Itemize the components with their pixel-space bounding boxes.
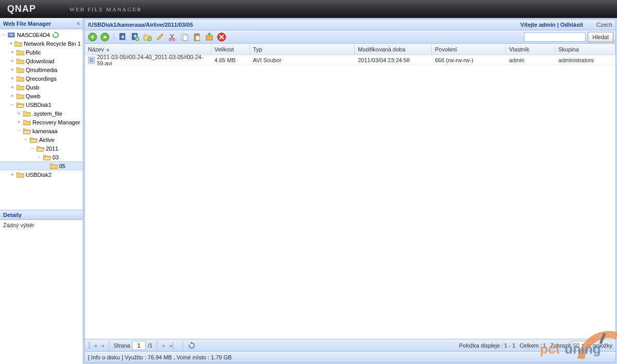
file-grid: Název▲ Velikost Typ Modifikovaná doba Po… <box>84 44 616 339</box>
delete-button[interactable] <box>216 31 227 43</box>
tree-item-label: Qusb <box>26 84 39 90</box>
col-type[interactable]: Typ <box>250 44 355 54</box>
language-selector[interactable]: Czech <box>596 22 612 28</box>
next-page-button[interactable]: ▸ <box>161 342 167 349</box>
tree-item[interactable]: +Recovery Manager <box>0 118 83 126</box>
tree-item[interactable]: −2011 <box>0 144 83 153</box>
cut-button[interactable] <box>167 31 178 43</box>
expand-toggle[interactable]: + <box>9 76 16 81</box>
refresh-page-button[interactable] <box>187 342 196 349</box>
upload-button[interactable] <box>130 31 141 43</box>
folder-open-icon <box>36 145 44 152</box>
svg-rect-16 <box>196 36 199 40</box>
folder-icon <box>16 49 24 56</box>
back-button[interactable] <box>87 31 98 43</box>
refresh-icon[interactable] <box>51 31 60 39</box>
tree-item[interactable]: −USBDisk1 <box>0 100 83 109</box>
tree-item[interactable]: +USBDisk2 <box>0 170 83 179</box>
cell-permission: 666 (rw-rw-rw-) <box>435 57 474 63</box>
new-folder-button[interactable] <box>142 31 153 43</box>
up-button[interactable] <box>99 31 111 43</box>
svg-rect-9 <box>161 34 163 35</box>
col-name[interactable]: Název▲ <box>85 44 211 54</box>
col-permission[interactable]: Povolení <box>432 44 506 54</box>
collapse-sidebar-icon[interactable]: « <box>77 21 80 26</box>
details-header: Detaily <box>0 210 83 220</box>
tree-item[interactable]: +Qmultimedia <box>0 65 83 74</box>
expand-toggle[interactable]: + <box>9 84 16 90</box>
expand-toggle[interactable]: − <box>29 145 36 151</box>
cell-size: 4.65 MB <box>214 57 235 63</box>
extract-button[interactable] <box>204 31 215 43</box>
expand-toggle[interactable]: + <box>9 172 16 177</box>
search-button[interactable]: Hledat <box>588 32 613 42</box>
paste-button[interactable] <box>191 31 203 43</box>
tree-item[interactable]: +Qdownload <box>0 57 83 65</box>
tree-item[interactable]: −Airlive <box>0 135 83 144</box>
cell-name: 2011-03-05#00-24-40_2011-03-05#00-24-59.… <box>97 55 208 66</box>
col-modified[interactable]: Modifikovaná doba <box>355 44 432 54</box>
copy-button[interactable] <box>179 31 190 43</box>
page-input[interactable] <box>132 341 146 350</box>
tree-item-label: Recovery Manager <box>32 119 80 125</box>
cell-group: administrators <box>558 57 594 63</box>
cell-owner: admin <box>509 57 524 63</box>
brand-logo: QNAP <box>7 4 36 14</box>
svg-rect-22 <box>89 61 94 62</box>
logout-link[interactable]: Odhlásit <box>560 22 583 28</box>
first-page-button[interactable]: ▏◂ <box>88 342 98 349</box>
expand-toggle[interactable]: + <box>9 93 16 99</box>
expand-toggle[interactable]: + <box>9 67 16 72</box>
download-button[interactable] <box>117 31 129 43</box>
tree-item-label: Qmultimedia <box>26 67 58 73</box>
expand-toggle[interactable]: − <box>15 128 23 134</box>
details-body: Žádný výběr <box>0 220 83 364</box>
expand-toggle[interactable]: + <box>9 49 16 55</box>
col-group[interactable]: Skupina <box>555 44 615 54</box>
tree-item-label: kameraaa <box>32 128 58 134</box>
tree-item[interactable]: +Network Recycle Bin 1 <box>0 39 83 48</box>
nas-icon <box>7 31 15 39</box>
expand-toggle[interactable]: + <box>9 58 16 64</box>
expand-toggle[interactable]: + <box>8 41 15 46</box>
expand-toggle[interactable]: − <box>9 102 16 107</box>
details-title: Detaily <box>3 212 22 218</box>
tree-item[interactable]: +.system_file <box>0 109 83 118</box>
folder-icon <box>16 58 24 65</box>
last-page-button[interactable]: ▸▏ <box>169 342 178 349</box>
tree-item[interactable]: 05 <box>0 161 83 170</box>
table-row[interactable]: 2011-03-05#00-24-40_2011-03-05#00-24-59.… <box>85 55 615 65</box>
expand-toggle[interactable]: − <box>0 32 7 38</box>
file-avi-icon <box>88 57 96 64</box>
expand-toggle[interactable]: + <box>15 119 23 125</box>
expand-toggle[interactable]: − <box>22 137 29 142</box>
col-size[interactable]: Velikost <box>211 44 250 54</box>
tree-item[interactable]: +Qrecordings <box>0 74 83 83</box>
svg-rect-21 <box>89 60 94 61</box>
tree-item-label: 05 <box>59 163 65 169</box>
brand-subtitle: Web File Manager <box>69 6 142 12</box>
folder-open-icon <box>16 101 24 108</box>
rename-button[interactable] <box>154 31 166 43</box>
page-size-combo[interactable]: 50▾ <box>572 341 592 350</box>
expand-toggle[interactable]: − <box>35 154 43 160</box>
tree-item-label: Qrecordings <box>26 76 57 82</box>
tree-item[interactable]: −kameraaa <box>0 126 83 135</box>
tree-item[interactable]: +Qusb <box>0 83 83 92</box>
tree-root[interactable]: − NASC0E4D4 <box>0 30 83 39</box>
tree-item[interactable]: −03 <box>0 153 83 161</box>
svg-rect-1 <box>9 34 13 34</box>
prev-page-button[interactable]: ◂ <box>100 342 105 349</box>
tree-item-label: 2011 <box>46 145 58 152</box>
col-owner[interactable]: Vlastník <box>506 44 555 54</box>
grid-header: Název▲ Velikost Typ Modifikovaná doba Po… <box>85 44 615 55</box>
search-input[interactable] <box>524 32 586 42</box>
paging-bar: ▏◂ ◂ Strana /1 ▸ ▸▏ Položka displeje : 1… <box>84 339 616 352</box>
folder-open-icon <box>23 128 31 135</box>
tree-item[interactable]: +Qweb <box>0 92 83 100</box>
tree-item-label: Network Recycle Bin 1 <box>24 41 81 47</box>
expand-toggle[interactable]: + <box>15 111 23 116</box>
tree-item-label: Airlive <box>39 137 55 143</box>
status-bar: [ Info o disku ] Využito : 76.94 MB , Vo… <box>84 352 616 363</box>
tree-item[interactable]: +Public <box>0 48 83 57</box>
